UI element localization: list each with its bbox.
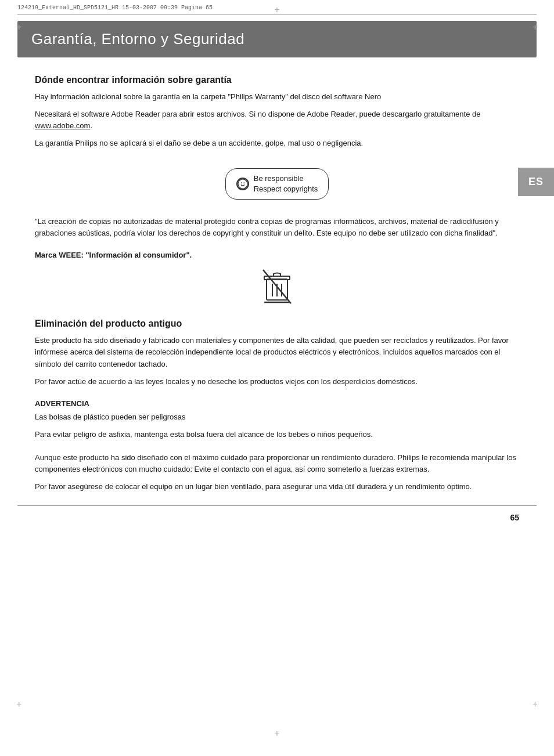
page-number: 65 <box>510 513 519 522</box>
copyright-badge-text: Be responsible Respect copyrights <box>254 173 318 194</box>
content-area: ES Dónde encontrar información sobre gar… <box>0 75 554 493</box>
copyright-badge-container: Be responsible Respect copyrights <box>35 161 519 207</box>
warning-heading: ADVERTENCIA <box>35 399 519 408</box>
svg-point-2 <box>243 182 244 183</box>
svg-point-0 <box>238 179 247 189</box>
section1-link-suffix: . <box>90 121 92 130</box>
bottom-left-cross: + <box>16 699 21 710</box>
section2-para1: Este producto ha sido diseñado y fabrica… <box>35 335 519 370</box>
copyright-line1: Be responsible <box>254 173 318 184</box>
svg-point-1 <box>241 182 242 183</box>
bottom-right-cross: + <box>533 699 538 710</box>
copyright-line2: Respect copyrights <box>254 184 318 194</box>
adobe-link[interactable]: www.adobe.com <box>35 121 90 130</box>
section2: Eliminación del producto antiguo Este pr… <box>35 319 519 388</box>
copyright-para: "La creación de copias no autorizadas de… <box>35 216 519 239</box>
smiley-icon <box>238 178 248 190</box>
bottom-center-cross: + <box>274 728 279 739</box>
section2-para2: Por favor actúe de acuerdo a las leyes l… <box>35 376 519 388</box>
section1-para3: La garantía Philips no se aplicará si el… <box>35 138 519 149</box>
page-container: + + + + + + 124219_External_HD_SPD5121_H… <box>0 0 554 756</box>
section3: Aunque este producto ha sido diseñado co… <box>35 452 519 493</box>
svg-line-8 <box>263 270 291 303</box>
page-number-area: 65 <box>0 507 554 527</box>
es-badge: ES <box>518 168 554 196</box>
title-banner: Garantía, Entorno y Seguridad <box>17 21 537 57</box>
warning-line1: Las bolsas de plástico pueden ser peligr… <box>35 411 519 423</box>
warning-line2: Para evitar peligro de asfixia, mantenga… <box>35 429 519 440</box>
weee-heading: Marca WEEE: "Información al consumidor". <box>35 251 519 259</box>
top-rule-left <box>17 15 35 15</box>
file-header-text: 124219_External_HD_SPD5121_HR 15-03-2007… <box>17 5 213 11</box>
top-right-cross: + <box>533 22 538 32</box>
copyright-badge: Be responsible Respect copyrights <box>225 168 329 200</box>
section1: Dónde encontrar información sobre garant… <box>35 75 519 150</box>
top-rule-right <box>35 15 537 15</box>
weee-icon-container <box>35 269 519 305</box>
bottom-rule-line <box>17 505 537 506</box>
section1-para2-text: Necesitará el software Adobe Reader para… <box>35 110 480 118</box>
section1-para2: Necesitará el software Adobe Reader para… <box>35 108 519 132</box>
top-left-cross: + <box>16 22 21 32</box>
section1-heading: Dónde encontrar información sobre garant… <box>35 75 519 85</box>
warning-section: ADVERTENCIA Las bolsas de plástico puede… <box>35 399 519 440</box>
section3-para1: Aunque este producto ha sido diseñado co… <box>35 452 519 475</box>
weee-icon <box>262 269 292 305</box>
top-center-cross: + <box>274 5 279 15</box>
weee-section: Marca WEEE: "Información al consumidor". <box>35 251 519 259</box>
section2-heading: Eliminación del producto antiguo <box>35 319 519 329</box>
copyright-icon <box>236 178 249 190</box>
section1-para1: Hay información adicional sobre la garan… <box>35 91 519 103</box>
page-title: Garantía, Entorno y Seguridad <box>31 30 523 48</box>
section3-para2: Por favor asegúrese de colocar el equipo… <box>35 481 519 493</box>
